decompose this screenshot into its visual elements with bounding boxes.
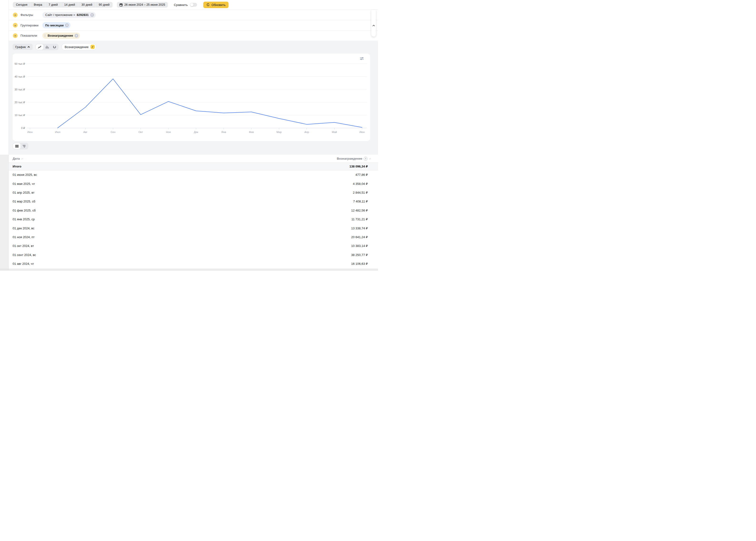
filter-chip[interactable]: Сайт / приложение = 8292831 ✕ bbox=[42, 12, 96, 18]
table-row[interactable]: 01 сент 2024, вс 38 250,77 ₽ bbox=[9, 251, 378, 259]
add-grouping-button[interactable]: + bbox=[13, 23, 18, 28]
x-axis-tick-label: Авг bbox=[83, 131, 87, 134]
row-value: 13 338,74 ₽ bbox=[351, 227, 368, 230]
metrics-row: + Показатели Вознаграждение ✕ bbox=[9, 30, 378, 41]
date-column-header[interactable]: Дата ↓↑ bbox=[13, 157, 23, 160]
chart-type-switcher bbox=[35, 44, 59, 50]
refresh-label: Обновить bbox=[212, 3, 226, 7]
line-chart-icon bbox=[38, 45, 41, 49]
bar-chart-type-button[interactable] bbox=[43, 44, 51, 50]
add-filter-button[interactable]: + bbox=[13, 13, 18, 17]
table-view-switcher bbox=[13, 143, 28, 149]
total-row: Итого 138 096,34 ₽ bbox=[9, 163, 378, 170]
pie-chart-type-button[interactable] bbox=[51, 44, 58, 50]
sort-icon[interactable]: ↓↑ bbox=[369, 157, 371, 160]
y-axis-tick-label: 40 тыс ₽ bbox=[15, 75, 25, 78]
table-row[interactable]: 01 фев 2025, сб 12 482,56 ₽ bbox=[9, 206, 378, 215]
filter-chip-text: Сайт / приложение = bbox=[45, 13, 75, 17]
line-chart-type-button[interactable] bbox=[36, 44, 43, 50]
total-value: 138 096,34 ₽ bbox=[349, 165, 368, 168]
chevron-up-icon bbox=[27, 46, 30, 48]
compare-control: Сравнить bbox=[174, 3, 197, 7]
row-value: 11 731,21 ₽ bbox=[351, 218, 368, 221]
plus-icon: + bbox=[14, 34, 16, 37]
metric-chip-text: Вознаграждение bbox=[48, 34, 73, 37]
refresh-icon bbox=[206, 3, 210, 6]
row-date: 01 мая 2025, чт bbox=[13, 182, 35, 186]
row-date: 01 фев 2025, сб bbox=[13, 209, 36, 212]
table-row[interactable]: 01 янв 2025, ср 11 731,21 ₽ bbox=[9, 215, 378, 224]
total-label: Итого bbox=[13, 165, 21, 168]
drag-handle-icon[interactable] bbox=[44, 35, 46, 37]
chart-card: 0 ₽10 тыс ₽20 тыс ₽30 тыс ₽40 тыс ₽50 ты… bbox=[13, 54, 370, 141]
x-axis-tick-label: Мар bbox=[276, 131, 282, 134]
x-axis-tick-label: Сен bbox=[111, 131, 115, 134]
left-gutter bbox=[0, 0, 9, 155]
preset-today-button[interactable]: Сегодня bbox=[13, 2, 30, 8]
date-preset-group: Сегодня Вчера 7 дней 14 дней 30 дней 90 … bbox=[13, 2, 113, 8]
metrics-label: Показатели bbox=[20, 34, 42, 37]
compare-label: Сравнить bbox=[174, 3, 188, 7]
check-icon: ✓ bbox=[90, 45, 95, 49]
table-body: 01 июня 2025, вс 477,86 ₽ 01 мая 2025, ч… bbox=[9, 170, 378, 268]
row-value: 4 358,04 ₽ bbox=[353, 182, 368, 186]
refresh-button[interactable]: Обновить bbox=[203, 2, 229, 8]
table-row[interactable]: 01 ноя 2024, пт 20 641,24 ₽ bbox=[9, 233, 378, 242]
pie-chart-icon bbox=[53, 45, 56, 49]
data-table: Дата ↓↑ Вознаграждение ? ↓↑ Итого 138 09… bbox=[9, 155, 378, 270]
sort-icon[interactable]: ↓↑ bbox=[21, 157, 23, 160]
y-axis-tick-label: 30 тыс ₽ bbox=[15, 88, 25, 91]
help-icon[interactable]: ? bbox=[364, 157, 368, 161]
chevron-up-icon bbox=[372, 25, 375, 27]
collapse-panel-button[interactable] bbox=[371, 10, 376, 37]
table-row[interactable]: 01 июня 2025, вс 477,86 ₽ bbox=[9, 170, 378, 179]
row-value: 12 482,56 ₽ bbox=[351, 209, 368, 212]
x-axis-tick-label: Апр bbox=[304, 131, 309, 134]
table-row[interactable]: 01 апр 2025, вт 2 844,51 ₽ bbox=[9, 188, 378, 197]
metric-chip[interactable]: Вознаграждение ✕ bbox=[42, 33, 80, 39]
date-range-button[interactable]: 26 июня 2024 – 25 июня 2025 bbox=[117, 2, 168, 8]
preset-14days-button[interactable]: 14 дней bbox=[61, 2, 78, 8]
table-row[interactable]: 01 авг 2024, чт 16 106,63 ₽ bbox=[9, 259, 378, 268]
graph-dropdown-label: График bbox=[15, 45, 26, 49]
x-axis-tick-label: Окт bbox=[139, 131, 143, 134]
row-value: 38 250,77 ₽ bbox=[351, 253, 368, 257]
preset-yesterday-button[interactable]: Вчера bbox=[30, 2, 45, 8]
chart-metric-label: Вознаграждение bbox=[65, 45, 89, 49]
x-axis-tick-label: Янв bbox=[221, 131, 226, 134]
tree-view-button[interactable] bbox=[20, 143, 28, 149]
x-axis-tick-label: Июн bbox=[359, 131, 365, 134]
chart-settings-icon[interactable] bbox=[360, 57, 364, 61]
revenue-column-header[interactable]: Вознаграждение ? ↓↑ bbox=[337, 157, 371, 161]
remove-filter-icon[interactable]: ✕ bbox=[90, 13, 94, 17]
preset-30days-button[interactable]: 30 дней bbox=[78, 2, 95, 8]
x-axis-tick-label: Ноя bbox=[166, 131, 171, 134]
chart-metric-chip[interactable]: Вознаграждение ✓ bbox=[61, 43, 96, 50]
table-header: Дата ↓↑ Вознаграждение ? ↓↑ bbox=[9, 155, 378, 163]
row-date: 01 апр 2025, вт bbox=[13, 191, 35, 194]
row-value: 2 844,51 ₽ bbox=[353, 191, 368, 194]
table-row[interactable]: 01 мая 2025, чт 4 358,04 ₽ bbox=[9, 179, 378, 188]
table-row[interactable]: 01 окт 2024, вт 10 383,14 ₽ bbox=[9, 242, 378, 250]
revenue-line-series bbox=[58, 79, 362, 128]
preset-90days-button[interactable]: 90 дней bbox=[95, 2, 113, 8]
toggle-knob bbox=[190, 3, 194, 6]
compare-toggle[interactable] bbox=[190, 3, 197, 7]
preset-7days-button[interactable]: 7 дней bbox=[45, 2, 61, 8]
x-axis-tick-label: Май bbox=[332, 131, 337, 134]
remove-metric-icon[interactable]: ✕ bbox=[75, 34, 78, 38]
remove-grouping-icon[interactable]: ✕ bbox=[65, 23, 69, 27]
flat-list-view-button[interactable] bbox=[13, 143, 20, 149]
table-row[interactable]: 01 мар 2025, сб 7 408,11 ₽ bbox=[9, 197, 378, 206]
list-icon bbox=[15, 145, 19, 148]
groupings-label: Группировки bbox=[20, 24, 42, 27]
row-value: 7 408,11 ₽ bbox=[353, 200, 368, 203]
table-row[interactable]: 01 дек 2024, вс 13 338,74 ₽ bbox=[9, 224, 378, 233]
add-metric-button[interactable]: + bbox=[13, 33, 18, 38]
grouping-chip[interactable]: По месяцам ✕ bbox=[42, 22, 70, 28]
revenue-line-chart[interactable]: 0 ₽10 тыс ₽20 тыс ₽30 тыс ₽40 тыс ₽50 ты… bbox=[13, 54, 370, 137]
bar-chart-icon bbox=[45, 45, 49, 49]
x-axis-tick-label: Июн bbox=[27, 131, 33, 134]
row-value: 16 106,63 ₽ bbox=[351, 262, 368, 266]
graph-dropdown-button[interactable]: График bbox=[13, 44, 33, 50]
